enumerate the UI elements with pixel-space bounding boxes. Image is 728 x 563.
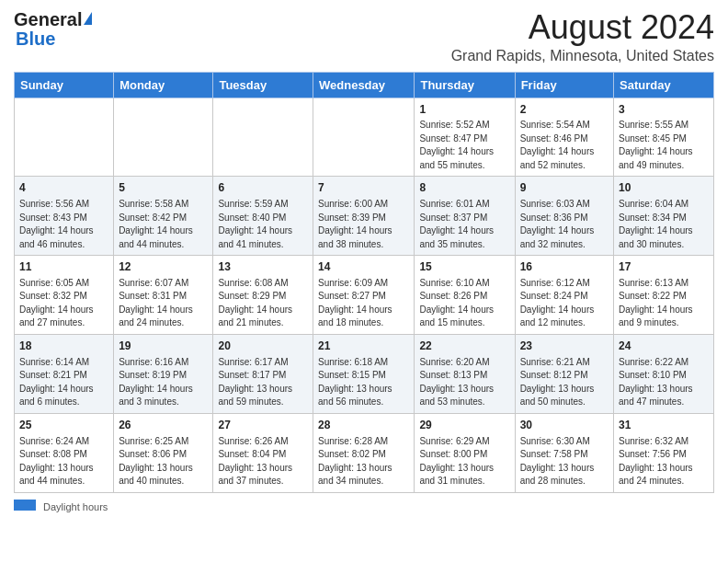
day-number: 2 [520,102,609,118]
day-number: 23 [520,339,609,354]
day-number: 4 [19,180,108,196]
day-info: Sunrise: 5:54 AM Sunset: 8:46 PM Dayligh… [520,119,609,172]
calendar-cell: 25Sunrise: 6:24 AM Sunset: 8:08 PM Dayli… [15,413,114,492]
calendar-cell: 3Sunrise: 5:55 AM Sunset: 8:45 PM Daylig… [614,98,714,177]
day-info: Sunrise: 6:30 AM Sunset: 7:58 PM Dayligh… [520,435,609,488]
day-info: Sunrise: 6:20 AM Sunset: 8:13 PM Dayligh… [419,356,509,409]
day-number: 12 [119,259,208,275]
day-number: 13 [218,259,308,275]
day-number: 17 [619,259,709,275]
day-info: Sunrise: 6:21 AM Sunset: 8:12 PM Dayligh… [520,356,609,409]
day-number: 24 [619,339,709,354]
calendar-cell: 24Sunrise: 6:22 AM Sunset: 8:10 PM Dayli… [614,334,714,413]
calendar-cell: 31Sunrise: 6:32 AM Sunset: 7:56 PM Dayli… [614,413,714,492]
day-info: Sunrise: 6:08 AM Sunset: 8:29 PM Dayligh… [218,277,308,330]
calendar-cell [114,98,213,177]
calendar-cell: 22Sunrise: 6:20 AM Sunset: 8:13 PM Dayli… [415,334,515,413]
calendar-cell: 21Sunrise: 6:18 AM Sunset: 8:15 PM Dayli… [313,334,415,413]
day-info: Sunrise: 6:32 AM Sunset: 7:56 PM Dayligh… [619,435,709,488]
calendar-cell: 4Sunrise: 5:56 AM Sunset: 8:43 PM Daylig… [15,177,114,256]
day-number: 8 [419,180,509,196]
calendar-cell: 5Sunrise: 5:58 AM Sunset: 8:42 PM Daylig… [114,177,213,256]
calendar-cell: 2Sunrise: 5:54 AM Sunset: 8:46 PM Daylig… [515,98,613,177]
day-info: Sunrise: 6:24 AM Sunset: 8:08 PM Dayligh… [19,435,108,488]
col-header-thursday: Thursday [415,72,515,98]
day-number: 14 [318,259,409,275]
day-info: Sunrise: 6:01 AM Sunset: 8:37 PM Dayligh… [419,198,509,251]
calendar-week-row: 11Sunrise: 6:05 AM Sunset: 8:32 PM Dayli… [15,256,714,335]
daylight-label: Daylight hours [43,501,108,512]
day-info: Sunrise: 6:09 AM Sunset: 8:27 PM Dayligh… [318,277,409,330]
calendar-cell [15,98,114,177]
day-number: 31 [619,418,709,433]
calendar-cell: 14Sunrise: 6:09 AM Sunset: 8:27 PM Dayli… [313,256,415,335]
calendar-cell: 6Sunrise: 5:59 AM Sunset: 8:40 PM Daylig… [213,177,313,256]
header-row: SundayMondayTuesdayWednesdayThursdayFrid… [15,72,714,98]
day-number: 29 [419,418,509,433]
calendar-cell: 27Sunrise: 6:26 AM Sunset: 8:04 PM Dayli… [213,413,313,492]
col-header-friday: Friday [515,72,613,98]
day-info: Sunrise: 6:14 AM Sunset: 8:21 PM Dayligh… [19,356,108,409]
calendar-week-row: 1Sunrise: 5:52 AM Sunset: 8:47 PM Daylig… [15,98,714,177]
col-header-wednesday: Wednesday [313,72,415,98]
day-info: Sunrise: 6:04 AM Sunset: 8:34 PM Dayligh… [619,198,709,251]
day-info: Sunrise: 6:25 AM Sunset: 8:06 PM Dayligh… [119,435,208,488]
calendar-cell: 10Sunrise: 6:04 AM Sunset: 8:34 PM Dayli… [614,177,714,256]
day-info: Sunrise: 5:52 AM Sunset: 8:47 PM Dayligh… [419,119,509,172]
day-number: 3 [619,102,709,118]
col-header-saturday: Saturday [614,72,714,98]
calendar-cell: 23Sunrise: 6:21 AM Sunset: 8:12 PM Dayli… [515,334,613,413]
day-number: 6 [218,180,308,196]
day-number: 10 [619,180,709,196]
calendar-cell: 26Sunrise: 6:25 AM Sunset: 8:06 PM Dayli… [114,413,213,492]
day-number: 11 [19,259,108,275]
day-number: 19 [119,339,208,354]
day-info: Sunrise: 6:13 AM Sunset: 8:22 PM Dayligh… [619,277,709,330]
day-info: Sunrise: 6:16 AM Sunset: 8:19 PM Dayligh… [119,356,208,409]
day-number: 28 [318,418,409,433]
day-info: Sunrise: 6:05 AM Sunset: 8:32 PM Dayligh… [19,277,108,330]
calendar-cell: 1Sunrise: 5:52 AM Sunset: 8:47 PM Daylig… [415,98,515,177]
calendar-cell: 28Sunrise: 6:28 AM Sunset: 8:02 PM Dayli… [313,413,415,492]
calendar-table: SundayMondayTuesdayWednesdayThursdayFrid… [14,72,714,493]
day-info: Sunrise: 5:56 AM Sunset: 8:43 PM Dayligh… [19,198,108,251]
day-number: 1 [419,102,509,118]
title-area: August 2024 Grand Rapids, Minnesota, Uni… [451,9,714,64]
day-info: Sunrise: 5:55 AM Sunset: 8:45 PM Dayligh… [619,119,709,172]
calendar-cell: 8Sunrise: 6:01 AM Sunset: 8:37 PM Daylig… [415,177,515,256]
calendar-cell: 16Sunrise: 6:12 AM Sunset: 8:24 PM Dayli… [515,256,613,335]
subtitle: Grand Rapids, Minnesota, United States [451,48,714,64]
day-info: Sunrise: 6:00 AM Sunset: 8:39 PM Dayligh… [318,198,409,251]
day-info: Sunrise: 6:03 AM Sunset: 8:36 PM Dayligh… [520,198,609,251]
day-info: Sunrise: 6:07 AM Sunset: 8:31 PM Dayligh… [119,277,208,330]
day-info: Sunrise: 5:59 AM Sunset: 8:40 PM Dayligh… [218,198,308,251]
calendar-cell: 30Sunrise: 6:30 AM Sunset: 7:58 PM Dayli… [515,413,613,492]
day-info: Sunrise: 6:29 AM Sunset: 8:00 PM Dayligh… [419,435,509,488]
day-info: Sunrise: 6:17 AM Sunset: 8:17 PM Dayligh… [218,356,308,409]
calendar-week-row: 25Sunrise: 6:24 AM Sunset: 8:08 PM Dayli… [15,413,714,492]
page-header: General Blue August 2024 Grand Rapids, M… [14,9,714,64]
calendar-cell: 17Sunrise: 6:13 AM Sunset: 8:22 PM Dayli… [614,256,714,335]
day-info: Sunrise: 6:12 AM Sunset: 8:24 PM Dayligh… [520,277,609,330]
day-number: 7 [318,180,409,196]
logo-triangle-icon [84,12,92,25]
calendar-cell: 15Sunrise: 6:10 AM Sunset: 8:26 PM Dayli… [415,256,515,335]
calendar-week-row: 4Sunrise: 5:56 AM Sunset: 8:43 PM Daylig… [15,177,714,256]
day-number: 20 [218,339,308,354]
calendar-cell: 9Sunrise: 6:03 AM Sunset: 8:36 PM Daylig… [515,177,613,256]
day-info: Sunrise: 6:28 AM Sunset: 8:02 PM Dayligh… [318,435,409,488]
logo: General Blue [14,9,92,50]
day-number: 15 [419,259,509,275]
day-number: 5 [119,180,208,196]
day-info: Sunrise: 6:26 AM Sunset: 8:04 PM Dayligh… [218,435,308,488]
calendar-cell: 29Sunrise: 6:29 AM Sunset: 8:00 PM Dayli… [415,413,515,492]
main-title: August 2024 [451,9,714,46]
logo-blue-text: Blue [16,29,55,50]
day-info: Sunrise: 5:58 AM Sunset: 8:42 PM Dayligh… [119,198,208,251]
col-header-sunday: Sunday [15,72,114,98]
col-header-tuesday: Tuesday [213,72,313,98]
col-header-monday: Monday [114,72,213,98]
calendar-cell: 18Sunrise: 6:14 AM Sunset: 8:21 PM Dayli… [15,334,114,413]
calendar-cell [313,98,415,177]
day-info: Sunrise: 6:22 AM Sunset: 8:10 PM Dayligh… [619,356,709,409]
